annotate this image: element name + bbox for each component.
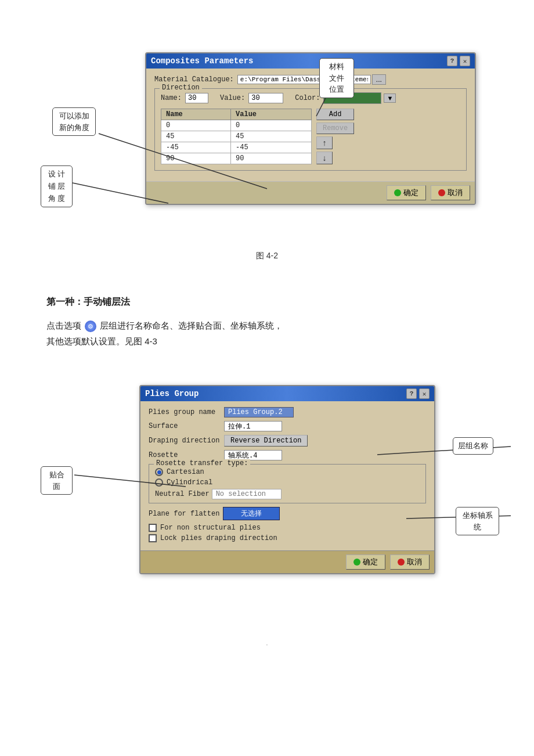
col-name-header: Name bbox=[161, 109, 231, 120]
section-text: 点击选项 ⚙ 层组进行名称命名、选择贴合面、坐标轴系统， 其他选项默认设置。见图… bbox=[46, 318, 488, 349]
plane-flatten-label: Plane for flatten bbox=[149, 510, 219, 518]
plies-titlebar: Plies Group ? ✕ bbox=[140, 386, 434, 401]
value-input[interactable] bbox=[248, 93, 283, 103]
surface-input[interactable] bbox=[224, 421, 282, 431]
color-dropdown[interactable]: ▼ bbox=[384, 93, 396, 103]
plies-group-name-label: Plies group name bbox=[149, 408, 224, 416]
table-row[interactable]: 00 bbox=[161, 120, 312, 131]
table-row[interactable]: 9090 bbox=[161, 153, 312, 164]
plies-title-buttons: ? ✕ bbox=[406, 388, 430, 399]
up-button[interactable]: ↑ bbox=[316, 136, 333, 149]
plies-footer: 确定 取消 bbox=[140, 550, 434, 573]
plies-ok-icon bbox=[353, 559, 360, 566]
plane-flatten-row: Plane for flatten 无选择 bbox=[149, 507, 426, 520]
col-value-header: Value bbox=[231, 109, 312, 120]
table-row[interactable]: 4545 bbox=[161, 131, 312, 142]
plane-flatten-value[interactable]: 无选择 bbox=[223, 507, 280, 520]
callout-add-angle: 可以添加 新的角度 bbox=[52, 107, 96, 136]
table-row[interactable]: -45-45 bbox=[161, 142, 312, 153]
material-label: Material Catalogue: bbox=[154, 75, 234, 84]
close-btn[interactable]: ✕ bbox=[460, 56, 470, 66]
plies-cancel-button[interactable]: 取消 bbox=[390, 555, 430, 570]
neutral-fiber-row: Neutral Fiber bbox=[155, 489, 420, 499]
callout-coordinate: 坐标轴系统 bbox=[456, 507, 499, 535]
cancel-button[interactable]: 取消 bbox=[431, 185, 470, 200]
cylindrical-radio[interactable] bbox=[155, 478, 163, 487]
callout-surface: 贴合面 bbox=[41, 466, 73, 495]
direction-table-body: 00 4545 -45-45 9090 bbox=[161, 120, 312, 164]
callout-layer-angle: 设 计 铺 层 角 度 bbox=[41, 165, 73, 207]
direction-group-label: Direction bbox=[160, 84, 202, 92]
plies-title: Plies Group bbox=[145, 389, 199, 398]
name-input[interactable] bbox=[185, 93, 208, 103]
tool-icon: ⚙ bbox=[85, 321, 96, 332]
cartesian-radio[interactable] bbox=[155, 468, 163, 476]
lock-draping-row: Lock plies draping direction bbox=[149, 534, 426, 542]
add-button[interactable]: Add bbox=[316, 109, 354, 120]
composites-title-buttons: ? ✕ bbox=[447, 56, 470, 66]
composites-titlebar: Composites Parameters ? ✕ bbox=[146, 53, 475, 69]
non-structural-checkbox[interactable] bbox=[149, 524, 157, 532]
cylindrical-label: Cylindrical bbox=[167, 478, 212, 487]
rosette-transfer-label: Rosette transfer type: bbox=[154, 459, 250, 467]
plies-close-btn[interactable]: ✕ bbox=[419, 388, 430, 399]
cancel-icon bbox=[438, 189, 445, 196]
value-label: Value: bbox=[220, 94, 245, 102]
cartesian-label: Cartesian bbox=[167, 468, 204, 476]
lock-draping-label: Lock plies draping direction bbox=[160, 534, 277, 542]
plies-dialog: Plies Group ? ✕ Plies group name bbox=[139, 385, 435, 574]
ok-button[interactable]: 确定 bbox=[387, 185, 426, 200]
fig2-caption: 图 4-2 bbox=[23, 251, 511, 261]
section-heading: 第一种：手动铺层法 bbox=[46, 296, 511, 308]
plies-ok-button[interactable]: 确定 bbox=[346, 555, 385, 570]
neutral-fiber-label: Neutral Fiber bbox=[155, 490, 210, 498]
surface-row: Surface bbox=[149, 421, 426, 431]
rosette-transfer-group: Rosette transfer type: Cartesian Cylindr… bbox=[149, 464, 426, 503]
ok-icon bbox=[394, 189, 401, 196]
name-value-row: Name: Value: Color: ▼ bbox=[161, 92, 460, 104]
non-structural-label: For non structural plies bbox=[160, 524, 261, 532]
composites-title: Composites Parameters bbox=[151, 56, 253, 66]
direction-table-wrapper: Name Value 00 4545 -45-45 9090 bbox=[161, 109, 460, 167]
direction-table: Name Value 00 4545 -45-45 9090 bbox=[161, 109, 312, 164]
plies-cancel-icon bbox=[398, 559, 405, 566]
neutral-fiber-input[interactable] bbox=[212, 489, 282, 499]
plies-cancel-label: 取消 bbox=[407, 557, 422, 567]
table-action-buttons: Add Remove ↑ ↓ bbox=[316, 109, 354, 164]
cylindrical-radio-row: Cylindrical bbox=[155, 478, 420, 487]
reverse-direction-button[interactable]: Reverse Direction bbox=[224, 435, 308, 447]
plies-group-name-input[interactable] bbox=[224, 407, 294, 417]
composites-dialog: Composites Parameters ? ✕ Material Catal… bbox=[145, 52, 476, 205]
plies-help-btn[interactable]: ? bbox=[406, 388, 417, 399]
plies-body: Plies group name Surface Draping directi… bbox=[140, 401, 434, 550]
plies-ok-label: 确定 bbox=[363, 557, 378, 567]
non-structural-row: For non structural plies bbox=[149, 524, 426, 532]
lock-draping-checkbox[interactable] bbox=[149, 534, 157, 542]
composites-body: Material Catalogue: ... Direction Name: … bbox=[146, 69, 475, 181]
direction-group: Direction Name: Value: Color: ▼ bbox=[154, 88, 467, 171]
callout-group-name: 层组名称 bbox=[453, 437, 493, 455]
cancel-label: 取消 bbox=[448, 188, 463, 198]
browse-button[interactable]: ... bbox=[372, 74, 386, 85]
draping-row: Draping direction Reverse Direction bbox=[149, 435, 426, 447]
down-button[interactable]: ↓ bbox=[316, 152, 333, 164]
remove-button[interactable]: Remove bbox=[316, 123, 354, 134]
callout-material: 材料 文件 位置 bbox=[319, 58, 354, 98]
plies-group-name-row: Plies group name bbox=[149, 407, 426, 417]
name-label: Name: bbox=[161, 94, 182, 102]
composites-footer: 确定 取消 bbox=[146, 181, 475, 204]
color-label: Color: bbox=[295, 94, 320, 102]
rosette-label: Rosette bbox=[149, 451, 224, 459]
help-btn[interactable]: ? bbox=[447, 56, 457, 66]
ok-label: 确定 bbox=[403, 188, 418, 198]
cartesian-radio-row: Cartesian bbox=[155, 468, 420, 476]
draping-label: Draping direction bbox=[149, 437, 224, 445]
page-dot-bottom: · bbox=[23, 640, 511, 649]
surface-label: Surface bbox=[149, 422, 224, 430]
